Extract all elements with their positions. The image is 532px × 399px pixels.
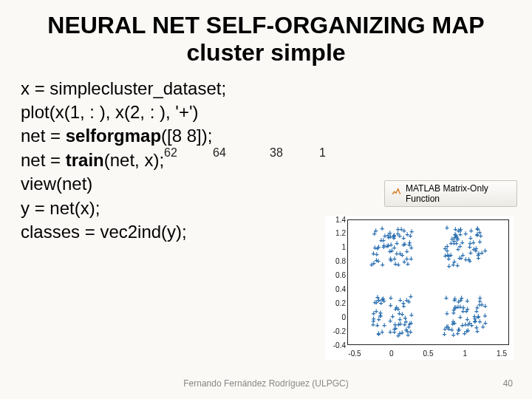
code-block: x = simplecluster_dataset; plot(x(1, : )… <box>21 77 226 245</box>
matlab-badge: MATLAB Matrix-Only Function <box>384 180 517 207</box>
data-point: + <box>458 243 463 250</box>
data-point: + <box>445 225 449 232</box>
data-point: + <box>372 231 377 238</box>
data-point: + <box>407 242 412 249</box>
data-point: + <box>465 328 469 335</box>
data-point: + <box>463 231 468 238</box>
code-line-4: net = train(net, x); <box>21 149 226 172</box>
y-tick: 1 <box>327 243 346 251</box>
data-point: + <box>445 310 449 318</box>
data-point: + <box>377 316 381 324</box>
data-point: + <box>475 328 480 335</box>
data-point: + <box>407 321 412 328</box>
data-point: + <box>402 259 406 266</box>
title-part-1: NEURAL NET <box>47 12 206 38</box>
data-point: + <box>456 330 460 338</box>
x-tick: -0.5 <box>348 349 361 358</box>
y-tick: 0.6 <box>327 271 346 279</box>
data-point: + <box>401 242 406 249</box>
y-tick: 0 <box>327 313 346 321</box>
annot-64: 64 <box>213 146 226 160</box>
data-point: + <box>381 262 385 269</box>
data-point: + <box>483 303 488 310</box>
data-point: + <box>380 225 384 233</box>
y-tick: 1.4 <box>327 215 346 223</box>
page-number: 40 <box>503 378 513 389</box>
data-point: + <box>374 308 378 316</box>
data-point: + <box>409 228 414 236</box>
annot-62: 62 <box>164 146 177 160</box>
data-point: + <box>443 253 448 260</box>
data-point: + <box>392 256 397 263</box>
footer-credit: Fernando Fernández Rodríguez (ULPGC) <box>18 378 514 389</box>
data-point: + <box>468 244 472 251</box>
data-point: + <box>391 313 395 321</box>
code-line-2: plot(x(1, : ), x(2, : ), '+') <box>21 100 226 124</box>
data-point: + <box>445 243 449 250</box>
data-point: + <box>460 295 464 302</box>
x-tick: 1.5 <box>497 349 507 358</box>
data-point: + <box>409 293 413 301</box>
data-point: + <box>466 306 470 313</box>
data-point: + <box>389 302 393 310</box>
data-point: + <box>473 316 477 323</box>
data-point: + <box>398 297 403 304</box>
data-point: + <box>471 246 476 253</box>
data-point: + <box>388 329 392 336</box>
code-line-6: y = net(x); <box>21 197 226 220</box>
data-point: + <box>452 297 457 304</box>
title-part-3: cluster simple <box>186 39 345 66</box>
x-tick: 0 <box>389 349 394 358</box>
y-tick: 0.8 <box>327 257 346 265</box>
data-point: + <box>369 262 374 269</box>
data-point: + <box>459 255 463 262</box>
data-point: + <box>478 295 482 302</box>
data-point: + <box>461 308 466 316</box>
y-tick: 1.2 <box>327 229 346 237</box>
data-point: + <box>389 248 394 255</box>
data-point: + <box>469 228 474 235</box>
annot-1: 1 <box>319 146 326 160</box>
data-point: + <box>476 252 480 259</box>
data-point: + <box>475 225 480 233</box>
data-point: + <box>479 233 483 240</box>
data-point: + <box>466 256 471 264</box>
y-tick: 0.2 <box>327 299 346 307</box>
data-point: + <box>396 332 400 340</box>
code-line-7: classes = vec2ind(y); <box>21 220 226 244</box>
data-point: + <box>450 327 454 334</box>
data-point: + <box>374 257 378 265</box>
y-tick: -0.2 <box>327 327 346 335</box>
data-point: + <box>474 308 479 316</box>
data-point: + <box>452 304 457 312</box>
annot-38: 38 <box>270 146 283 160</box>
x-tick: 0.5 <box>423 349 434 358</box>
data-point: + <box>454 232 458 239</box>
data-point: + <box>406 332 410 339</box>
x-tick: 1 <box>463 349 467 358</box>
title-part-2: SELF-ORGANIZING MAP <box>206 12 485 38</box>
data-point: + <box>444 295 449 302</box>
data-point: + <box>483 248 488 255</box>
data-point: + <box>447 263 451 270</box>
matlab-icon <box>391 187 401 200</box>
code-line-3: net = selforgmap([8 8]); <box>21 124 226 148</box>
data-point: + <box>455 262 460 270</box>
data-point: + <box>466 316 470 324</box>
data-point: + <box>396 262 400 269</box>
matlab-badge-text: MATLAB Matrix-Only Function <box>406 183 511 204</box>
data-point: + <box>400 311 405 318</box>
slide-footer: Fernando Fernández Rodríguez (ULPGC) 40 <box>0 378 532 389</box>
data-point: + <box>405 248 409 256</box>
data-point: + <box>379 237 383 245</box>
data-point: + <box>376 330 381 338</box>
scatter-plot: -0.4-0.200.20.40.60.811.21.4-0.500.511.5… <box>325 216 514 360</box>
data-point: + <box>465 298 469 305</box>
slide-title: NEURAL NET SELF-ORGANIZING MAP cluster s… <box>0 0 532 71</box>
code-line-1: x = simplecluster_dataset; <box>21 77 226 100</box>
code-line-5: view(net) <box>21 172 226 196</box>
data-point: + <box>389 233 393 241</box>
y-tick: -0.4 <box>327 341 346 349</box>
data-point: + <box>375 299 379 307</box>
y-tick: 0.4 <box>327 285 346 293</box>
